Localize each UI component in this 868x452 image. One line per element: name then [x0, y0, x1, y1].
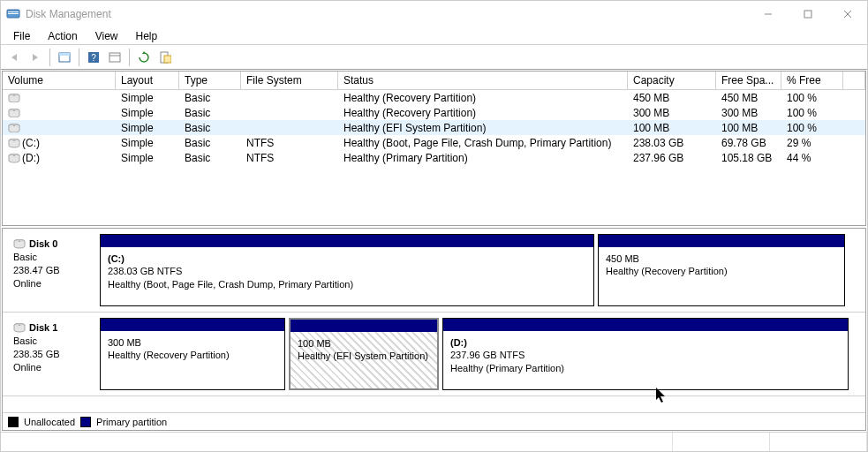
cell-free: 100 MB [716, 122, 781, 134]
svg-point-16 [13, 94, 15, 95]
table-row[interactable]: SimpleBasicHealthy (Recovery Partition)3… [3, 105, 865, 120]
volume-table-header[interactable]: Volume Layout Type File System Status Ca… [3, 72, 865, 90]
close-button[interactable] [827, 1, 867, 27]
partition[interactable]: 100 MBHealthy (EFI System Partition) [289, 318, 439, 390]
partition-bar [443, 319, 848, 331]
table-row[interactable]: SimpleBasicHealthy (Recovery Partition)4… [3, 90, 865, 105]
cell-status: Healthy (Recovery Partition) [338, 92, 628, 104]
cell-layout: Simple [116, 107, 179, 119]
partition[interactable]: 450 MBHealthy (Recovery Partition) [598, 234, 845, 306]
partition-status: Healthy (Primary Partition) [450, 362, 841, 374]
status-pane-2 [673, 433, 770, 451]
help-icon[interactable]: ? [84, 48, 103, 67]
svg-point-28 [19, 325, 20, 326]
partition[interactable]: (C:)238.03 GB NTFSHealthy (Boot, Page Fi… [100, 234, 594, 306]
volume-icon [8, 154, 19, 162]
window-controls [748, 1, 867, 27]
menubar: File Action View Help [1, 27, 867, 45]
partition-size: 100 MB [298, 337, 430, 350]
app-icon [6, 7, 20, 21]
menu-action[interactable]: Action [39, 28, 86, 44]
col-header-spacer [843, 72, 865, 89]
col-header-type[interactable]: Type [179, 72, 241, 89]
volume-icon [8, 139, 19, 147]
disk-label[interactable]: Disk 1Basic238.35 GBOnline [8, 318, 96, 390]
col-header-free[interactable]: Free Spa... [716, 72, 781, 89]
partition-size: 450 MB [606, 252, 837, 265]
toolbar-separator [79, 49, 79, 66]
table-row[interactable]: (D:)SimpleBasicNTFSHealthy (Primary Part… [3, 150, 865, 165]
svg-rect-14 [164, 56, 171, 63]
forward-arrow-icon[interactable] [26, 48, 45, 67]
disk-size: 238.47 GB [13, 264, 91, 277]
cell-pfree: 100 % [781, 122, 843, 134]
partition-bar [291, 320, 437, 332]
cell-layout: Simple [116, 137, 179, 149]
minimize-button[interactable] [748, 1, 788, 27]
svg-rect-1 [8, 11, 19, 12]
cell-layout: Simple [116, 122, 179, 134]
menu-file[interactable]: File [4, 28, 39, 44]
back-arrow-icon[interactable] [4, 48, 24, 67]
menu-view[interactable]: View [87, 28, 127, 44]
maximize-button[interactable] [788, 1, 827, 27]
disk-name: Disk 0 [29, 238, 57, 249]
col-header-layout[interactable]: Layout [116, 72, 179, 89]
disk-name: Disk 1 [29, 322, 57, 333]
cell-status: Healthy (Recovery Partition) [338, 107, 628, 119]
svg-point-18 [13, 109, 15, 110]
swatch-primary [80, 417, 91, 427]
partition-size: 237.96 GB NTFS [450, 349, 841, 361]
table-row[interactable]: (C:)SimpleBasicNTFSHealthy (Boot, Page F… [3, 135, 865, 150]
statusbar [1, 432, 867, 451]
disk-type: Basic [13, 335, 91, 348]
window-title: Disk Management [26, 8, 748, 20]
menu-help[interactable]: Help [127, 28, 167, 44]
svg-rect-11 [109, 53, 120, 62]
volume-icon [8, 124, 19, 132]
browse-icon[interactable] [55, 48, 74, 67]
cell-type: Basic [179, 122, 241, 134]
partition-bar [101, 235, 593, 247]
cell-type: Basic [179, 107, 241, 119]
col-header-pfree[interactable]: % Free [781, 72, 843, 89]
partition-status: Healthy (Recovery Partition) [606, 265, 837, 277]
col-header-capacity[interactable]: Capacity [628, 72, 716, 89]
disk-state: Online [13, 361, 91, 374]
volume-table-body[interactable]: SimpleBasicHealthy (Recovery Partition)4… [3, 90, 865, 225]
partitions: 300 MBHealthy (Recovery Partition)100 MB… [100, 318, 860, 390]
disk-label[interactable]: Disk 0Basic238.47 GBOnline [8, 234, 96, 306]
cell-type: Basic [179, 152, 241, 164]
partition[interactable]: 300 MBHealthy (Recovery Partition) [100, 318, 285, 390]
cell-capacity: 450 MB [628, 92, 716, 104]
volume-icon [8, 94, 19, 102]
svg-text:?: ? [91, 53, 96, 63]
col-header-volume[interactable]: Volume [3, 72, 116, 89]
cell-type: Basic [179, 92, 241, 104]
col-header-fs[interactable]: File System [241, 72, 338, 89]
partition[interactable]: (D:)237.96 GB NTFSHealthy (Primary Parti… [442, 318, 849, 390]
window-icon[interactable] [105, 48, 125, 67]
svg-point-24 [13, 154, 15, 155]
partition-title: (D:) [450, 336, 841, 349]
col-header-status[interactable]: Status [338, 72, 628, 89]
disk-scroll-area[interactable]: Disk 0Basic238.47 GBOnline(C:)238.03 GB … [3, 229, 865, 412]
cell-free: 69.78 GB [716, 137, 781, 149]
partition-bar [599, 235, 844, 247]
table-row[interactable]: SimpleBasicHealthy (EFI System Partition… [3, 120, 865, 135]
svg-rect-2 [8, 13, 19, 14]
disk-icon [13, 239, 27, 250]
swatch-unallocated [8, 417, 19, 427]
svg-rect-4 [804, 11, 811, 18]
cell-status: Healthy (EFI System Partition) [338, 122, 628, 134]
properties-icon[interactable] [155, 48, 175, 67]
partition-status: Healthy (EFI System Partition) [298, 350, 430, 362]
cell-fs: NTFS [241, 152, 338, 164]
refresh-icon[interactable] [134, 48, 154, 67]
cell-status: Healthy (Primary Partition) [338, 152, 628, 164]
cell-capacity: 237.96 GB [628, 152, 716, 164]
cell-type: Basic [179, 137, 241, 149]
volume-icon [8, 109, 19, 117]
cell-pfree: 100 % [781, 92, 843, 104]
svg-point-22 [13, 139, 15, 140]
